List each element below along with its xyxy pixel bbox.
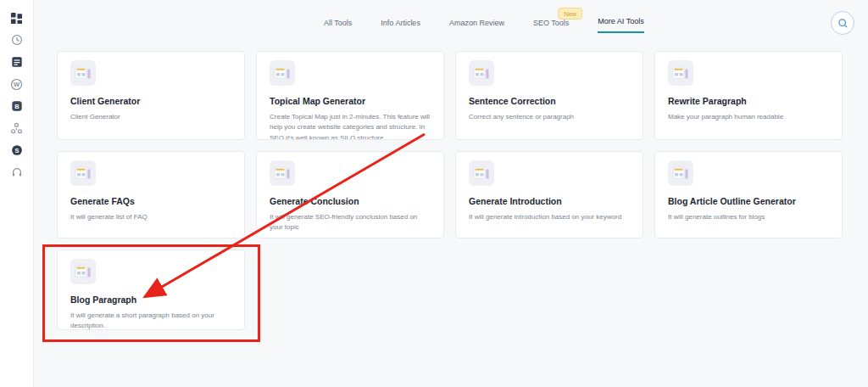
- tool-thumbnail-icon: [469, 160, 494, 186]
- tab-info-articles[interactable]: Info Articles: [381, 19, 420, 33]
- tool-card-title: Rewrite Paragraph: [668, 96, 829, 106]
- sidebar: W B S: [0, 0, 34, 387]
- tool-card-description: It will generate SEO-friendly conclusion…: [270, 212, 431, 233]
- support-headset-icon[interactable]: [9, 165, 24, 179]
- tool-card-title: Generate Introduction: [469, 196, 630, 206]
- tool-card-generate-introduction[interactable]: Generate Introduction It will generate i…: [455, 151, 643, 238]
- tool-thumbnail-icon: [70, 160, 96, 186]
- tool-card-title: Topical Map Generator: [270, 96, 431, 106]
- tool-card-description: It will generate introduction based on y…: [469, 212, 630, 222]
- tool-card-description: It will generate outlines for blogs: [668, 212, 829, 222]
- tab-amazon-review[interactable]: Amazon Review: [449, 19, 504, 33]
- tool-card-sentence-correction[interactable]: Sentence Correction Correct any sentence…: [455, 51, 643, 140]
- history-icon[interactable]: [9, 33, 24, 47]
- tool-card-description: Create Topical Map just in 2-minutes. Th…: [270, 112, 431, 140]
- search-icon: [837, 18, 849, 29]
- tool-card-title: Blog Article Outline Generator: [668, 196, 829, 206]
- tool-thumbnail-icon: [469, 60, 494, 86]
- tab-seo-tools-label: SEO Tools: [533, 19, 569, 27]
- tool-card-description: It will generate a short paragraph based…: [70, 311, 231, 330]
- new-badge: New: [558, 8, 582, 20]
- tab-all-tools[interactable]: All Tools: [324, 19, 352, 33]
- tool-card-generate-conclusion[interactable]: Generate Conclusion It will generate SEO…: [256, 151, 444, 238]
- tool-card-rewrite-paragraph[interactable]: Rewrite Paragraph Make your paragraph hu…: [654, 51, 843, 140]
- svg-text:W: W: [14, 81, 20, 88]
- spinner-icon[interactable]: [9, 121, 24, 135]
- tool-card-description: Client Generator: [70, 112, 231, 122]
- tool-thumbnail-icon: [270, 160, 295, 186]
- tool-card-description: It will generate list of FAQ: [70, 212, 231, 222]
- tool-card-generate-faqs[interactable]: Generate FAQs It will generate list of F…: [57, 151, 245, 238]
- tab-more-ai-tools[interactable]: More AI Tools: [598, 17, 643, 33]
- tool-thumbnail-icon: [70, 60, 96, 86]
- articles-icon[interactable]: [9, 55, 24, 69]
- tool-card-description: Make your paragraph human readable: [668, 112, 829, 122]
- tool-card-title: Generate Conclusion: [270, 196, 431, 206]
- tool-thumbnail-icon: [668, 160, 693, 186]
- tools-grid: Client Generator Client Generator Topica…: [57, 51, 843, 330]
- tool-card-title: Generate FAQs: [70, 196, 231, 206]
- dashboard-icon[interactable]: [9, 11, 24, 25]
- tool-card-description: Correct any sentence or paragraph: [469, 112, 630, 122]
- s-circle-icon[interactable]: S: [9, 143, 24, 157]
- tool-card-title: Blog Paragraph: [70, 294, 231, 305]
- tool-card-client-generator[interactable]: Client Generator Client Generator: [57, 51, 245, 140]
- tools-tabbar: All Tools Info Articles Amazon Review SE…: [324, 17, 644, 33]
- tool-thumbnail-icon: [668, 60, 693, 86]
- tool-thumbnail-icon: [70, 259, 96, 284]
- svg-text:S: S: [14, 147, 19, 154]
- tool-card-topical-map-generator[interactable]: Topical Map Generator Create Topical Map…: [256, 51, 444, 140]
- tool-card-title: Sentence Correction: [469, 96, 630, 106]
- tool-card-blog-paragraph[interactable]: Blog Paragraph It will generate a short …: [57, 250, 245, 330]
- search-button[interactable]: [831, 11, 854, 35]
- tool-card-title: Client Generator: [70, 96, 231, 106]
- tool-thumbnail-icon: [270, 60, 295, 86]
- svg-text:B: B: [14, 103, 19, 110]
- wordpress-icon[interactable]: W: [9, 77, 24, 91]
- tab-seo-tools[interactable]: SEO Tools New: [533, 19, 569, 33]
- tool-card-blog-article-outline-generator[interactable]: Blog Article Outline Generator It will g…: [654, 151, 843, 238]
- blogger-icon[interactable]: B: [9, 99, 24, 113]
